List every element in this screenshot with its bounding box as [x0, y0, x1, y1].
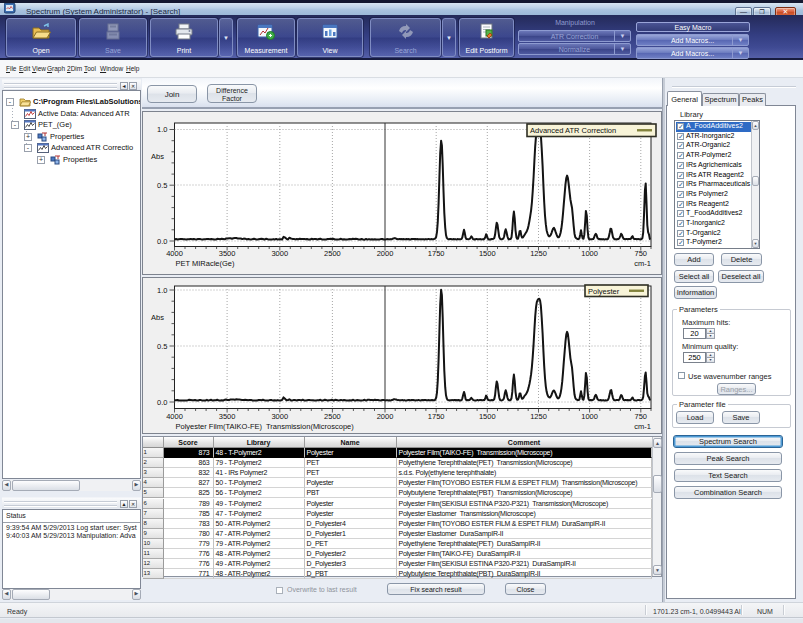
svg-text:Polyester: Polyester [588, 287, 620, 296]
svg-text:0.5: 0.5 [157, 342, 167, 351]
svg-text:1500: 1500 [479, 249, 496, 258]
svg-text:1750: 1750 [428, 249, 445, 258]
svg-text:3000: 3000 [271, 249, 288, 258]
svg-text:0.0: 0.0 [157, 398, 167, 407]
svg-text:Advanced ATR Correction: Advanced ATR Correction [530, 126, 616, 135]
svg-text:Polyester Film(TAIKO-FE) Tran: Polyester Film(TAIKO-FE) Transmission(Mi… [176, 422, 355, 431]
svg-text:PET MIRacle(Ge): PET MIRacle(Ge) [176, 259, 236, 268]
svg-text:1250: 1250 [530, 412, 547, 421]
svg-text:3000: 3000 [271, 412, 288, 421]
svg-text:1.0: 1.0 [157, 286, 167, 295]
svg-text:1.0: 1.0 [157, 125, 167, 134]
svg-text:Abs: Abs [151, 313, 164, 322]
svg-text:3500: 3500 [219, 412, 236, 421]
svg-text:1000: 1000 [581, 249, 598, 258]
svg-text:1750: 1750 [428, 412, 445, 421]
svg-text:Abs: Abs [151, 152, 164, 161]
svg-text:1500: 1500 [479, 412, 496, 421]
svg-text:750: 750 [635, 412, 648, 421]
svg-text:cm-1: cm-1 [634, 422, 651, 431]
svg-text:4000: 4000 [166, 412, 183, 421]
svg-text:2000: 2000 [377, 249, 394, 258]
svg-text:4000: 4000 [166, 249, 183, 258]
svg-text:0.0: 0.0 [157, 237, 167, 246]
svg-text:2500: 2500 [324, 412, 341, 421]
svg-text:1000: 1000 [581, 412, 598, 421]
svg-text:2000: 2000 [377, 412, 394, 421]
svg-text:1250: 1250 [530, 249, 547, 258]
svg-text:750: 750 [635, 249, 648, 258]
svg-text:cm-1: cm-1 [634, 259, 651, 268]
svg-text:3500: 3500 [219, 249, 236, 258]
svg-text:2500: 2500 [324, 249, 341, 258]
svg-text:0.5: 0.5 [157, 181, 167, 190]
